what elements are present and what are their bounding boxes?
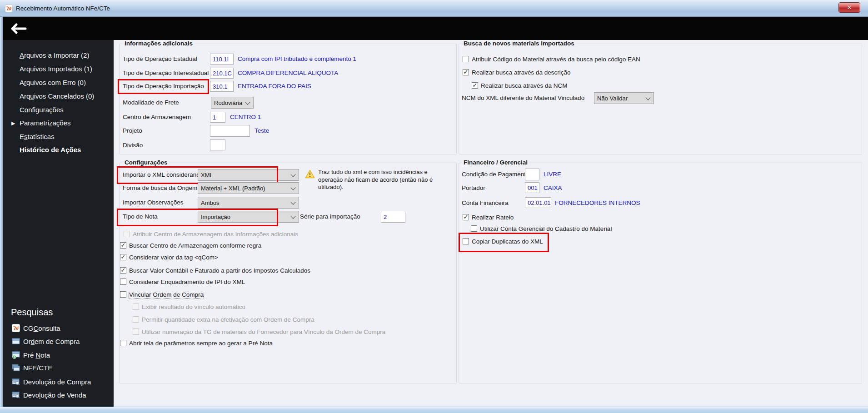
field-serie-importacao[interactable]: 2	[381, 211, 405, 223]
combo-forma-busca-origem[interactable]: Material + XML (Padrão)	[198, 182, 299, 194]
label-part: C	[20, 106, 25, 114]
chevron-down-icon	[290, 214, 295, 219]
checkbox-box	[463, 56, 469, 62]
sidebar-item-devolucao-de-venda[interactable]: Devolução de Venda	[12, 389, 86, 400]
sidebar: Arquivos a Importar (2) Arquivos Importa…	[3, 40, 114, 407]
sidebar-item-arquivos-cancelados[interactable]: Arquivos Cancelados (0)	[20, 91, 94, 102]
desc-tipo-operacao-interestadual: COMPRA DIFERENCIAL ALIQUOTA	[238, 68, 338, 79]
field-condicao-pagamento[interactable]	[525, 169, 539, 180]
checkbox-permitir-quantidade-extra[interactable]: Permitir quantidade extra na efetivação …	[133, 314, 314, 325]
item-label: CGConsulta	[23, 324, 60, 332]
return-search-icon	[12, 378, 20, 386]
label-part: rquivos a Importar (2)	[24, 51, 89, 59]
group-caption: Informações adicionais	[123, 40, 195, 47]
sidebar-item-parametrizacoes[interactable]: Parametrizações	[20, 118, 71, 129]
checkbox-realizar-rateio[interactable]: Realizar Rateio	[463, 212, 514, 223]
combo-value: Rodoviária	[214, 100, 242, 106]
combo-importar-xml-considerando[interactable]: XML	[198, 169, 299, 181]
checkbox-label: Realizar busca através da NCM	[481, 82, 568, 89]
sidebar-item-cgconsulta[interactable]: CGConsulta	[12, 323, 60, 333]
app-logo-icon	[5, 5, 13, 12]
field-divisao[interactable]	[210, 139, 225, 150]
sidebar-item-devolucao-de-compra[interactable]: Devolução de Compra	[12, 376, 91, 387]
checkbox-considerar-tag-qcom[interactable]: Considerar valor da tag <qCom>	[120, 252, 218, 263]
window-bottom-border	[0, 407, 868, 413]
item-label: NFE/CTE	[23, 364, 52, 372]
checkbox-busca-descricao[interactable]: Realizar busca através da descrição	[463, 67, 571, 78]
checkbox-box	[471, 225, 477, 232]
label-condicao-pagamento: Condição de Pagamento	[462, 169, 529, 180]
checkbox-label: Atribuir Código do Material através da b…	[472, 56, 640, 63]
chevron-down-icon	[290, 199, 295, 204]
field-tipo-operacao-estadual[interactable]: 110.1I	[210, 54, 234, 65]
sidebar-item-arquivos-importados[interactable]: Arquivos Importados (1)	[20, 64, 92, 75]
sidebar-item-estatisticas[interactable]: Estatísticas	[20, 131, 55, 142]
cgconsulta-icon	[12, 324, 20, 332]
desc-tipo-operacao-importacao: ENTRADA FORA DO PAIS	[238, 81, 311, 92]
checkbox-copiar-duplicatas-xml[interactable]: Copiar Duplicatas do XML	[463, 236, 543, 247]
label-part: mportados (1)	[50, 65, 92, 73]
sidebar-item-pre-nota[interactable]: Pré Nota	[12, 349, 50, 360]
sidebar-item-arquivos-com-erro[interactable]: Arquivos com Erro (0)	[20, 77, 86, 88]
checkbox-vincular-ordem-compra[interactable]: Vincular Ordem de Compra	[120, 289, 204, 300]
field-projeto[interactable]	[210, 125, 250, 137]
field-tipo-operacao-interestadual[interactable]: 210.1C	[210, 68, 234, 79]
window-icon	[12, 337, 20, 345]
checkbox-utilizar-numeracao-tg[interactable]: Utilizar numeração da TG de materiais do…	[133, 326, 385, 337]
sidebar-item-historico-de-acoes[interactable]: Histórico de Ações	[20, 144, 81, 155]
chevron-down-icon	[245, 100, 250, 104]
combo-ncm-validacao[interactable]: Não Validar	[594, 92, 654, 104]
checkbox-atribuir-codigo-ean[interactable]: Atribuir Código do Material através da b…	[463, 54, 640, 65]
checkbox-label: Exibir resultado do vínculo automático	[142, 304, 245, 310]
checkbox-label: Considerar valor da tag <qCom>	[129, 254, 218, 261]
label-part: H	[20, 146, 25, 154]
checkbox-box	[463, 69, 469, 75]
combo-modalidade-frete[interactable]: Rodoviária	[211, 97, 254, 109]
chevron-down-icon	[290, 172, 295, 177]
checkbox-label: Abrir tela de parâmetros sempre ao gerar…	[129, 340, 273, 347]
checkbox-label: Copiar Duplicatas do XML	[472, 238, 543, 245]
label-part: Parametri	[20, 119, 49, 127]
close-button[interactable]: ✕	[838, 2, 860, 13]
checkbox-buscar-centro-armazenagem[interactable]: Buscar Centro de Armazenagem conforme re…	[120, 240, 261, 251]
sidebar-item-ordem-de-compra[interactable]: Ordem de Compra	[12, 336, 80, 347]
chevron-down-icon	[290, 185, 295, 190]
sidebar-item-configuracoes[interactable]: Configurações	[20, 104, 64, 115]
desc-portador: CAIXA	[544, 183, 562, 194]
checkbox-box	[124, 231, 130, 237]
sidebar-item-nfe-cte[interactable]: NFE/CTE	[12, 362, 52, 373]
combo-importar-observacoes[interactable]: Ambos	[198, 197, 299, 209]
checkbox-busca-ncm[interactable]: Realizar busca através da NCM	[472, 80, 568, 91]
back-button[interactable]	[10, 21, 28, 36]
checkbox-box	[120, 291, 126, 298]
group-caption: Financeiro / Gerencial	[462, 159, 529, 166]
checkbox-considerar-enquadramento-ipi[interactable]: Considerar Enquadramento de IPI do XML	[120, 276, 245, 287]
item-label: Devolução de Compra	[23, 378, 91, 386]
combo-value: Não Validar	[597, 95, 628, 102]
label-importar-xml-considerando: Importar o XML considerando	[123, 169, 203, 180]
checkbox-buscar-valor-contabil[interactable]: Buscar Valor Contábil e Faturado a parti…	[120, 265, 310, 276]
combo-tipo-de-nota[interactable]: Importação	[198, 211, 299, 223]
desc-tipo-operacao-estadual: Compra com IPI tributado e complemento 1	[238, 54, 356, 65]
field-conta-financeira[interactable]: 02.01.01	[525, 197, 551, 208]
combo-value: Material + XML (Padrão)	[201, 185, 265, 192]
warning-text: Traz tudo do xml e com isso incidências …	[318, 169, 444, 191]
checkbox-utilizar-conta-gerencial[interactable]: Utilizar Conta Gerencial do Cadastro do …	[471, 223, 612, 234]
checkbox-abrir-tela-parametros[interactable]: Abrir tela de parâmetros sempre ao gerar…	[120, 338, 273, 348]
sidebar-item-arquivos-a-importar[interactable]: Arquivos a Importar (2)	[20, 50, 89, 61]
checkbox-box	[120, 254, 126, 260]
field-tipo-operacao-importacao[interactable]: 310.1	[210, 81, 234, 92]
label-part: o	[25, 106, 28, 114]
expander-arrow-icon: ▶	[11, 120, 15, 126]
group-caption: Busca de novos materiais importados	[462, 40, 576, 47]
desc-condicao-pagamento: LIVRE	[544, 169, 561, 180]
field-portador[interactable]: 001	[525, 182, 539, 193]
label-centro-armazenagem: Centro de Armazenagem	[123, 112, 191, 123]
combo-value: Importação	[201, 214, 230, 220]
checkbox-atribuir-centro-armazenagem[interactable]: Atribuir Centro de Armazenagem das Infor…	[124, 229, 298, 239]
checkbox-box	[133, 304, 139, 310]
checkbox-exibir-resultado-vinculo[interactable]: Exibir resultado do vínculo automático	[133, 301, 245, 312]
checkbox-label: Buscar Valor Contábil e Faturado a parti…	[129, 267, 310, 274]
desc-projeto: Teste	[254, 125, 269, 136]
field-centro-armazenagem[interactable]: 1	[210, 112, 225, 123]
